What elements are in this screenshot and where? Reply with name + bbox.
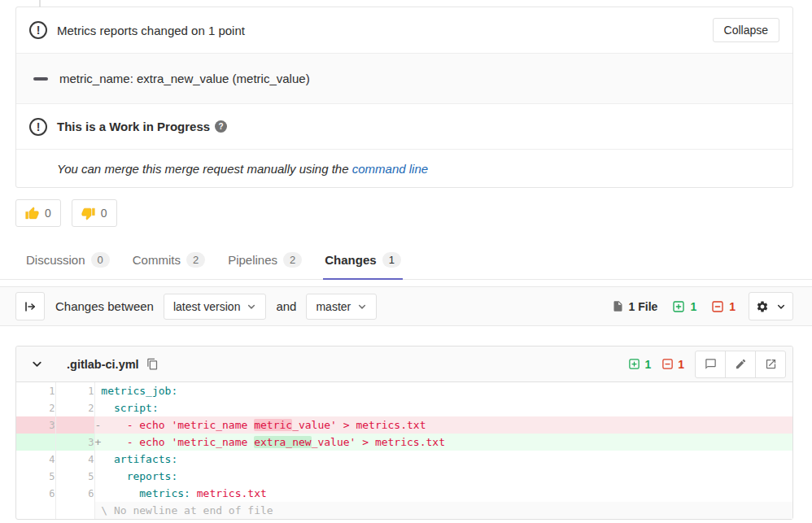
diff-table: 11 metrics_job:22 script:3- - echo 'metr… xyxy=(16,382,792,519)
old-line-number[interactable]: 3 xyxy=(16,416,55,434)
question-circle-icon[interactable]: ? xyxy=(215,120,227,133)
plus-square-icon xyxy=(672,300,685,313)
tab-label: Discussion xyxy=(26,253,85,267)
code-segment: _value' > metrics.txt xyxy=(292,419,426,431)
and-label: and xyxy=(276,299,296,313)
code-segment: metric xyxy=(254,419,292,431)
thumbs-down-count: 0 xyxy=(101,207,107,220)
chevron-down-icon xyxy=(247,302,256,312)
command-line-link[interactable]: command line xyxy=(352,162,428,176)
chevron-down-icon xyxy=(776,302,786,312)
changes-between-label: Changes between xyxy=(55,299,154,313)
old-line-number[interactable]: 2 xyxy=(16,399,55,416)
tab-commits[interactable]: Commits 2 xyxy=(131,243,207,280)
code-segment: script: xyxy=(101,402,158,414)
diff-settings-button[interactable] xyxy=(749,292,793,320)
pencil-icon xyxy=(735,358,747,370)
file-additions: 1 xyxy=(628,358,651,371)
file-count-label: 1 File xyxy=(629,300,658,313)
new-line-number[interactable]: 3 xyxy=(55,434,94,451)
file-additions-label: 1 xyxy=(644,358,651,371)
warning-circle-icon: ! xyxy=(29,21,47,39)
tab-label: Pipelines xyxy=(228,253,277,267)
line-content: metrics_job: xyxy=(94,382,792,399)
code-segment xyxy=(190,487,197,499)
code-segment: - echo 'metric_name xyxy=(101,419,254,431)
additions-count: 1 xyxy=(672,300,696,313)
edit-file-button[interactable] xyxy=(725,351,756,378)
code-segment: \ No newline at end of file xyxy=(101,504,273,516)
old-line-number[interactable] xyxy=(16,502,55,519)
document-icon xyxy=(612,300,624,312)
tab-count-badge: 2 xyxy=(283,252,302,268)
copy-file-path-button[interactable] xyxy=(146,358,159,370)
merge-manually-text: You can merge this merge request manuall… xyxy=(57,162,349,176)
code-segment: metrics.txt xyxy=(197,487,267,499)
diff-file-actions: 1 1 xyxy=(628,351,786,378)
code-segment: reports: xyxy=(101,470,177,482)
target-version-dropdown[interactable]: master xyxy=(306,294,377,320)
timeline-connector xyxy=(39,0,41,7)
new-line-number[interactable]: 1 xyxy=(55,382,94,399)
diff-row: 44 artifacts: xyxy=(16,451,792,468)
view-file-button[interactable] xyxy=(755,351,786,378)
gear-icon xyxy=(756,300,769,313)
file-deletions: 1 xyxy=(661,358,684,371)
new-line-number[interactable]: 5 xyxy=(55,468,94,485)
line-content: - - echo 'metric_name metric_value' > me… xyxy=(94,416,792,434)
new-line-number[interactable]: 2 xyxy=(55,399,94,416)
toggle-comments-button[interactable] xyxy=(695,351,726,378)
source-version-dropdown[interactable]: latest version xyxy=(164,294,266,320)
code-segment: metrics_job: xyxy=(101,385,177,397)
diff-row: 55 reports: xyxy=(16,468,792,485)
metrics-report-title: Metrics reports changed on 1 point xyxy=(57,24,245,37)
line-content: \ No newline at end of file xyxy=(94,502,792,519)
tab-label: Commits xyxy=(133,253,181,267)
mr-tabs: Discussion 0 Commits 2 Pipelines 2 Chang… xyxy=(0,243,812,280)
diff-row: 11 metrics_job: xyxy=(16,382,792,399)
old-line-number[interactable]: 4 xyxy=(16,451,55,468)
tab-label: Changes xyxy=(325,253,376,267)
old-line-number[interactable]: 5 xyxy=(16,468,55,485)
wip-row: ! This is a Work in Progress ? xyxy=(16,104,792,149)
old-line-number[interactable]: 6 xyxy=(16,485,55,502)
file-name[interactable]: .gitlab-ci.yml xyxy=(67,358,139,371)
line-content: artifacts: xyxy=(94,451,792,468)
code-segment: extra_new xyxy=(254,436,311,448)
version-controls-bar: Changes between latest version and maste… xyxy=(0,286,812,326)
tab-changes[interactable]: Changes 1 xyxy=(323,243,403,280)
code-segment: - echo 'metric_name xyxy=(101,436,254,448)
collapse-button[interactable]: Collapse xyxy=(713,18,779,42)
thumbs-down-button[interactable]: 0 xyxy=(72,199,117,227)
thumbs-down-icon xyxy=(81,207,95,220)
metric-change-row: metric_name: extra_new_value (metric_val… xyxy=(16,53,792,104)
minus-square-icon xyxy=(661,358,674,370)
new-line-number[interactable]: 4 xyxy=(55,451,94,468)
old-line-number[interactable]: 1 xyxy=(16,382,55,399)
file-tree-toggle-icon xyxy=(24,300,37,313)
comment-icon xyxy=(705,358,717,370)
diff-row: \ No newline at end of file xyxy=(16,502,792,519)
file-collapse-chevron-icon[interactable] xyxy=(31,358,43,370)
mr-widget: ! Metrics reports changed on 1 point Col… xyxy=(15,7,793,188)
line-content: script: xyxy=(94,399,792,416)
tab-count-badge: 2 xyxy=(186,252,205,268)
thumbs-up-icon xyxy=(25,207,39,220)
file-deletions-label: 1 xyxy=(678,358,684,371)
code-segment: _value' > metrics.txt xyxy=(312,436,445,448)
thumbs-up-button[interactable]: 0 xyxy=(15,199,61,227)
award-emoji-bar: 0 0 xyxy=(15,199,793,227)
new-line-number[interactable]: 6 xyxy=(55,485,94,502)
old-line-number[interactable] xyxy=(16,434,55,451)
file-tree-toggle-button[interactable] xyxy=(15,292,45,320)
new-line-number[interactable] xyxy=(55,502,94,519)
new-line-number[interactable] xyxy=(55,416,94,434)
additions-label: 1 xyxy=(690,300,696,313)
diff-stats: 1 File 1 1 xyxy=(612,292,793,320)
source-version-value: latest version xyxy=(173,300,240,313)
tab-pipelines[interactable]: Pipelines 2 xyxy=(226,243,303,280)
line-content: metrics: metrics.txt xyxy=(94,485,792,502)
tab-discussion[interactable]: Discussion 0 xyxy=(24,243,111,280)
wip-text: This is a Work in Progress xyxy=(57,120,210,133)
line-content: + - echo 'metric_name extra_new_value' >… xyxy=(94,434,792,451)
